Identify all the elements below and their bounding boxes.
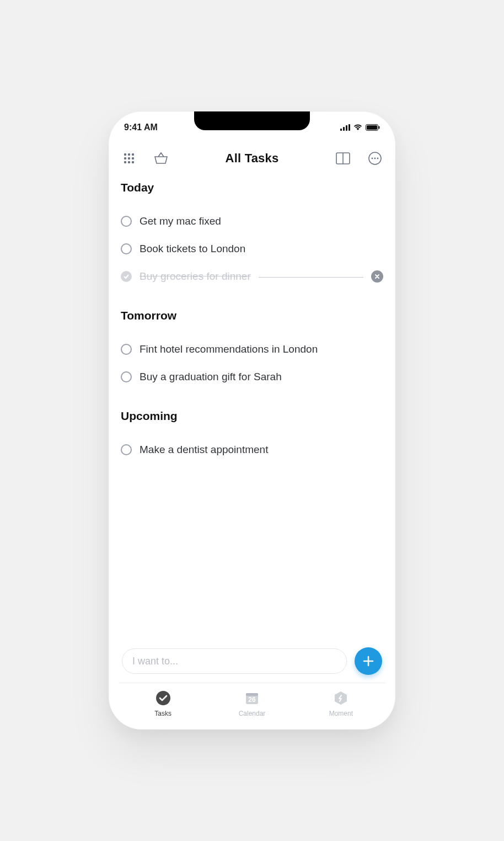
task-item[interactable]: Fint hotel recommendations in London — [121, 336, 383, 363]
quick-add-bar — [119, 643, 385, 683]
svg-rect-5 — [367, 125, 377, 130]
section-title: Today — [121, 181, 383, 194]
svg-point-22 — [156, 691, 170, 705]
battery-icon — [366, 124, 380, 131]
tab-calendar[interactable]: 26 Calendar — [219, 690, 285, 717]
checkbox-icon[interactable] — [121, 344, 132, 355]
tab-label: Calendar — [239, 710, 266, 717]
quick-add-input[interactable] — [122, 648, 347, 674]
checkbox-checked-icon[interactable] — [121, 271, 132, 282]
svg-rect-6 — [379, 126, 380, 129]
tab-moment[interactable]: Moment — [308, 690, 374, 717]
status-indicators — [340, 124, 380, 131]
task-item[interactable]: Make a dentist appointment — [121, 436, 383, 464]
svg-point-7 — [124, 153, 126, 156]
svg-point-9 — [132, 153, 134, 156]
svg-point-19 — [372, 158, 373, 159]
notch — [194, 111, 310, 130]
checkbox-icon[interactable] — [121, 243, 132, 254]
svg-rect-0 — [340, 129, 342, 131]
calendar-day: 26 — [244, 693, 260, 706]
task-label: Buy a graduation gift for Sarah — [140, 371, 282, 383]
svg-point-13 — [124, 161, 126, 163]
task-label: Get my mac fixed — [140, 215, 221, 227]
svg-rect-2 — [346, 125, 347, 131]
svg-point-10 — [124, 157, 126, 159]
task-item[interactable]: Buy a graduation gift for Sarah — [121, 363, 383, 391]
tab-label: Tasks — [154, 710, 171, 717]
top-nav: All Tasks — [119, 150, 385, 167]
task-list: Today Get my mac fixed Book tickets to L… — [119, 167, 385, 643]
svg-rect-1 — [343, 127, 345, 131]
section-upcoming: Upcoming Make a dentist appointment — [121, 409, 383, 464]
section-title: Upcoming — [121, 409, 383, 423]
check-circle-icon — [155, 690, 171, 706]
task-item[interactable]: Get my mac fixed — [121, 207, 383, 235]
svg-point-21 — [377, 158, 379, 159]
tab-label: Moment — [329, 710, 353, 717]
signal-icon — [340, 124, 350, 131]
section-title: Tomorrow — [121, 309, 383, 322]
task-item-completed[interactable]: Buy groceries for dinner — [121, 263, 383, 290]
add-task-button[interactable] — [355, 647, 382, 675]
section-today: Today Get my mac fixed Book tickets to L… — [121, 181, 383, 290]
task-label: Buy groceries for dinner — [140, 270, 251, 283]
page-title: All Tasks — [226, 151, 279, 166]
svg-point-11 — [128, 157, 130, 159]
checkbox-icon[interactable] — [121, 216, 132, 227]
grid-menu-icon[interactable] — [121, 150, 137, 167]
svg-point-12 — [132, 157, 134, 159]
task-label: Make a dentist appointment — [140, 444, 268, 456]
moment-icon — [333, 690, 349, 706]
strike-line — [259, 277, 363, 278]
status-time: 9:41 AM — [124, 123, 158, 132]
task-label: Fint hotel recommendations in London — [140, 343, 318, 355]
basket-icon[interactable] — [153, 150, 169, 167]
svg-point-14 — [128, 161, 130, 163]
svg-rect-3 — [348, 124, 350, 131]
checkbox-icon[interactable] — [121, 371, 132, 382]
phone-frame: 9:41 AM — [109, 111, 395, 730]
wifi-icon — [353, 124, 362, 131]
book-icon[interactable] — [335, 150, 351, 167]
tab-tasks[interactable]: Tasks — [130, 690, 196, 717]
svg-point-8 — [128, 153, 130, 156]
svg-point-20 — [374, 158, 376, 159]
checkbox-icon[interactable] — [121, 444, 132, 455]
svg-point-15 — [132, 161, 134, 163]
tab-bar: Tasks 26 Calendar — [119, 683, 385, 717]
task-label: Book tickets to London — [140, 243, 245, 255]
section-tomorrow: Tomorrow Fint hotel recommendations in L… — [121, 309, 383, 391]
delete-task-icon[interactable] — [371, 270, 383, 283]
more-icon[interactable] — [367, 150, 383, 167]
task-item[interactable]: Book tickets to London — [121, 235, 383, 263]
calendar-icon: 26 — [244, 690, 260, 706]
